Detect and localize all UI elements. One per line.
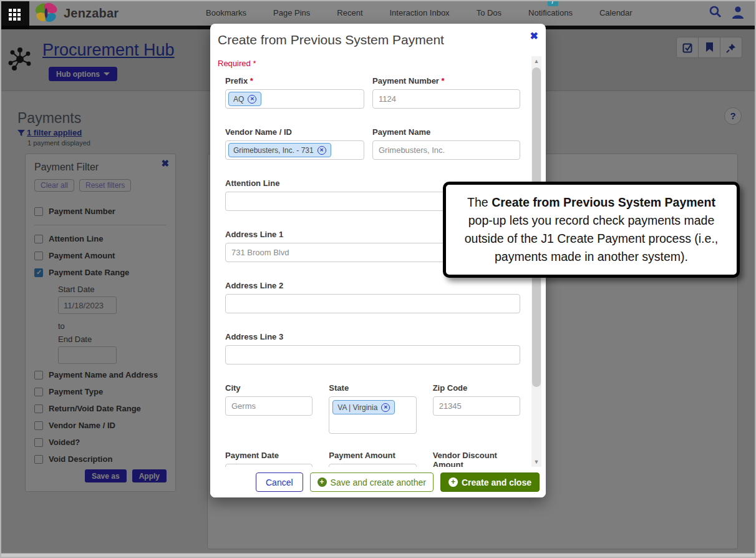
jenzabar-wordmark: Jenzabar [64, 6, 119, 21]
vendor-name-id-label: Vendor Name / ID [225, 127, 364, 137]
modal-title: Create from Previous System Payment [218, 32, 444, 47]
app-grid-icon [9, 9, 21, 21]
payment-number-input[interactable] [372, 89, 520, 109]
city-label: City [225, 383, 313, 393]
remove-chip-icon[interactable] [381, 403, 390, 412]
annotation-callout: The Create from Previous System Payment … [443, 182, 740, 278]
state-chip-label: VA | Virginia [337, 403, 377, 412]
remove-chip-icon[interactable] [248, 95, 256, 104]
vendor-chip-label: Grimebusters, Inc. - 731 [233, 146, 314, 155]
callout-text: The Create from Previous System Payment … [456, 193, 727, 267]
app-root: Procurement Hub Hub options Payments 1 f… [0, 0, 756, 558]
plus-circle-icon [317, 477, 327, 487]
plus-circle-icon [448, 477, 458, 487]
address-line-2-label: Address Line 2 [225, 281, 520, 290]
prefix-label: Prefix * [225, 76, 364, 86]
save-another-label: Save and create another [331, 477, 426, 487]
window-bottom-edge [0, 553, 756, 558]
vendor-name-id-field[interactable]: Grimebusters, Inc. - 731 [225, 140, 364, 160]
save-and-create-another-button[interactable]: Save and create another [310, 472, 434, 492]
required-text: Required [218, 59, 251, 68]
vendor-chip: Grimebusters, Inc. - 731 [228, 143, 331, 157]
search-icon[interactable] [709, 5, 722, 20]
nav-notifications[interactable]: 7 Notifications [528, 8, 573, 17]
required-asterisk: * [253, 59, 256, 68]
modal-footer: Cancel Save and create another Create an… [210, 467, 546, 497]
scroll-up-arrow[interactable] [531, 56, 541, 66]
notifications-badge: 7 [547, 0, 558, 6]
nav-bookmarks[interactable]: Bookmarks [206, 8, 246, 17]
create-and-close-button[interactable]: Create and close [440, 472, 540, 492]
payment-name-label: Payment Name [372, 127, 520, 137]
prefix-field[interactable]: AQ [225, 89, 364, 109]
vendor-discount-amount-label: Vendor Discount Amount [433, 451, 520, 467]
address-line-3-input[interactable] [225, 345, 520, 365]
prefix-chip: AQ [228, 92, 261, 106]
nav-calendar[interactable]: Calendar [599, 8, 632, 17]
app-launcher-button[interactable] [0, 0, 29, 29]
scroll-down-arrow[interactable] [531, 457, 541, 467]
cancel-button[interactable]: Cancel [256, 472, 303, 492]
jenzabar-butterfly-icon [32, 1, 60, 25]
state-label: State [329, 383, 416, 393]
nav-notifications-label: Notifications [528, 8, 573, 17]
address-line-3-label: Address Line 3 [225, 332, 520, 341]
payment-amount-label: Payment Amount [329, 451, 416, 460]
state-field[interactable]: VA | Virginia [329, 396, 416, 434]
user-icon[interactable] [731, 5, 745, 20]
nav-page-pins[interactable]: Page Pins [273, 8, 310, 17]
jenzabar-logo[interactable]: Jenzabar [32, 1, 119, 25]
state-chip: VA | Virginia [332, 400, 395, 414]
address-line-2-input[interactable] [225, 294, 520, 313]
payment-date-label: Payment Date [225, 451, 313, 460]
prefix-chip-label: AQ [233, 95, 244, 104]
zip-code-label: Zip Code [433, 383, 520, 393]
modal-close-icon[interactable] [530, 30, 538, 42]
remove-chip-icon[interactable] [317, 146, 326, 155]
city-input[interactable] [225, 396, 313, 416]
nav-to-dos[interactable]: To Dos [477, 8, 502, 17]
create-close-label: Create and close [462, 477, 531, 487]
payment-name-input[interactable] [372, 140, 520, 160]
nav-interaction-inbox[interactable]: Interaction Inbox [390, 8, 450, 17]
zip-code-input[interactable] [433, 396, 520, 416]
required-note: Required * [218, 59, 256, 68]
payment-number-label: Payment Number * [372, 76, 520, 86]
top-navigation: Bookmarks Page Pins Recent Interaction I… [206, 0, 632, 26]
nav-recent[interactable]: Recent [337, 8, 362, 17]
